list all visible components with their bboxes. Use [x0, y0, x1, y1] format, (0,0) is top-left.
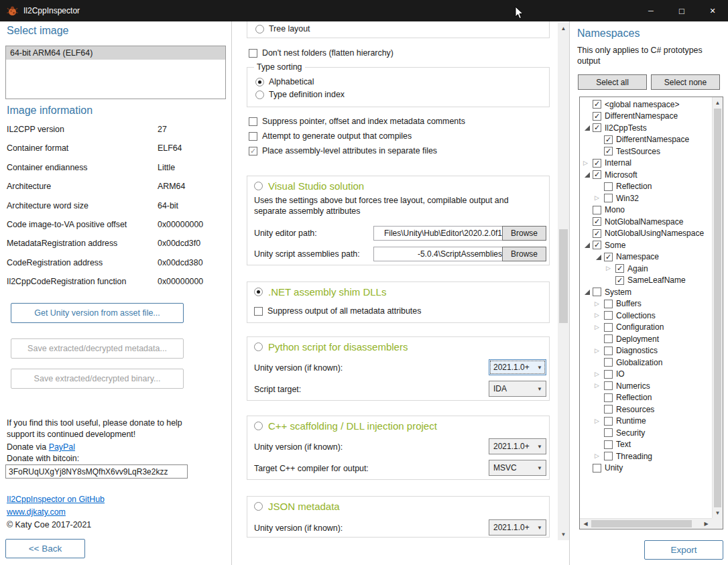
namespace-checkbox[interactable]: ✓ — [593, 170, 601, 179]
option-checkbox-row[interactable]: Suppress pointer, offset and index metad… — [249, 117, 465, 126]
collapsed-expander-icon[interactable]: ▷ — [595, 450, 604, 462]
website-link[interactable]: www.djkaty.com — [7, 507, 66, 517]
namespace-checkbox[interactable] — [604, 311, 613, 320]
tree-item-system[interactable]: System — [581, 286, 711, 298]
cpp-compiler-combobox[interactable]: MSVC ▼ — [489, 460, 546, 476]
tree-item-runtime[interactable]: ▷Runtime — [581, 416, 711, 428]
namespace-checkbox[interactable] — [593, 464, 601, 473]
namespace-checkbox[interactable] — [604, 182, 613, 191]
tree-item-unity[interactable]: Unity — [581, 462, 711, 475]
tree-item-reflection[interactable]: Reflection — [581, 392, 711, 404]
shim-dlls-radio[interactable] — [254, 288, 263, 296]
tree-item-text[interactable]: Text — [581, 439, 711, 451]
collapsed-expander-icon[interactable]: ▷ — [606, 263, 615, 275]
tree-item-reflection[interactable]: Reflection — [581, 181, 711, 193]
collapsed-expander-icon[interactable]: ▷ — [595, 416, 604, 428]
tree-item-buffers[interactable]: ▷Buffers — [581, 298, 711, 310]
python-script-radio[interactable] — [254, 342, 263, 351]
namespace-checkbox[interactable] — [604, 452, 613, 460]
expanded-expander-icon[interactable] — [583, 286, 593, 298]
minimize-button[interactable]: ─ — [635, 0, 666, 21]
scrollbar-thumb[interactable] — [714, 109, 721, 507]
select-none-button[interactable]: Select none — [651, 74, 720, 90]
vs-solution-radio[interactable] — [254, 182, 263, 190]
scroll-left-icon[interactable]: ◀ — [580, 519, 591, 529]
tree-item-globalization[interactable]: Globalization — [581, 357, 711, 369]
python-script-header[interactable]: Python script for disassemblers — [254, 341, 408, 353]
scrollbar-thumb[interactable] — [591, 520, 692, 527]
namespace-checkbox[interactable]: ✓ — [593, 112, 601, 121]
maximize-button[interactable]: □ — [666, 0, 697, 21]
namespace-checkbox[interactable]: ✓ — [604, 135, 613, 144]
tree-item-security[interactable]: Security — [581, 427, 711, 439]
expanded-expander-icon[interactable] — [583, 122, 593, 134]
tree-item-namespace[interactable]: ✓Namespace — [581, 251, 711, 263]
option-checkbox[interactable]: ✓ — [249, 147, 257, 155]
tree-item-differentnamespace[interactable]: ✓DifferentNamespace — [581, 111, 711, 123]
collapsed-expander-icon[interactable]: ▷ — [595, 310, 604, 322]
namespace-checkbox[interactable] — [604, 347, 613, 355]
namespace-checkbox[interactable] — [604, 440, 613, 449]
namespace-checkbox[interactable]: ✓ — [593, 123, 601, 132]
namespace-checkbox[interactable] — [593, 206, 601, 214]
tree-layout-radio-row[interactable]: Tree layout — [255, 24, 310, 34]
tree-item-internal[interactable]: ▷✓Internal — [581, 158, 711, 170]
expanded-expander-icon[interactable] — [583, 169, 593, 181]
expanded-expander-icon[interactable] — [583, 239, 593, 251]
sort-typedef-index-radio[interactable] — [255, 90, 264, 99]
cpp-project-header[interactable]: C++ scaffolding / DLL injection project — [254, 420, 437, 432]
bitcoin-address-input[interactable] — [5, 464, 188, 479]
tree-item-again[interactable]: ▷✓Again — [581, 263, 711, 275]
script-assemblies-path-input[interactable]: -5.0.4\ScriptAssemblies — [373, 247, 505, 261]
tree-item-collections[interactable]: ▷Collections — [581, 310, 711, 322]
tree-item-microsoft[interactable]: ✓Microsoft — [581, 169, 711, 181]
namespace-checkbox[interactable]: ✓ — [615, 276, 624, 285]
namespace-checkbox[interactable]: ✓ — [593, 100, 601, 109]
suppress-metadata-attrs-row[interactable]: Suppress output of all metadata attribut… — [254, 306, 421, 316]
tree-item-notglobalnamespace[interactable]: ✓NotGlobalNamespace — [581, 216, 711, 228]
tree-item-configuration[interactable]: ▷Configuration — [581, 322, 711, 334]
github-link[interactable]: Il2CppInspector on GitHub — [7, 495, 105, 504]
namespace-checkbox[interactable] — [604, 300, 613, 308]
collapsed-expander-icon[interactable]: ▷ — [595, 380, 604, 392]
scroll-up-icon[interactable]: ▲ — [558, 23, 569, 34]
namespace-checkbox[interactable] — [604, 358, 613, 367]
get-unity-version-button[interactable]: Get Unity version from asset file... — [11, 303, 184, 323]
paypal-link[interactable]: PayPal — [49, 442, 75, 452]
scroll-down-icon[interactable]: ▼ — [558, 529, 569, 540]
namespace-checkbox[interactable]: ✓ — [593, 159, 601, 168]
vs-solution-header[interactable]: Visual Studio solution — [254, 180, 364, 192]
collapsed-expander-icon[interactable]: ▷ — [595, 322, 604, 334]
image-list-item[interactable]: 64-bit ARM64 (ELF64) — [6, 46, 225, 60]
namespace-checkbox[interactable] — [604, 334, 613, 343]
tree-item-resources[interactable]: Resources — [581, 403, 711, 416]
namespace-checkbox[interactable] — [593, 288, 601, 296]
namespace-checkbox[interactable] — [604, 381, 613, 390]
json-metadata-header[interactable]: JSON metadata — [254, 501, 340, 512]
namespace-checkbox[interactable]: ✓ — [604, 147, 613, 155]
unity-editor-path-input[interactable]: Files\Unity\Hub\Editor\2020.2.0f1 — [373, 226, 505, 241]
collapsed-expander-icon[interactable]: ▷ — [595, 369, 604, 381]
tree-item-notglobalusingnamespace[interactable]: ✓NotGlobalUsingNamespace — [581, 228, 711, 240]
tree-item-numerics[interactable]: ▷Numerics — [581, 380, 711, 392]
titlebar[interactable]: Il2CppInspector ─ □ ✕ — [0, 0, 728, 21]
scroll-up-icon[interactable]: ▲ — [713, 97, 723, 109]
namespace-checkbox[interactable] — [604, 428, 613, 437]
sort-typedef-index-row[interactable]: Type definition index — [255, 90, 345, 99]
json-unity-version-combobox[interactable]: 2021.1.0+ ▼ — [489, 519, 546, 536]
expanded-expander-icon[interactable] — [595, 251, 604, 263]
tree-item-threading[interactable]: ▷Threading — [581, 450, 711, 462]
export-button[interactable]: Export — [644, 540, 723, 560]
namespace-checkbox[interactable]: ✓ — [593, 217, 601, 226]
tree-item-diagnostics[interactable]: ▷Diagnostics — [581, 345, 711, 357]
back-button[interactable]: << Back — [5, 539, 85, 558]
namespace-checkbox[interactable] — [604, 323, 613, 332]
tree-item-deployment[interactable]: Deployment — [581, 333, 711, 345]
cpp-project-radio[interactable] — [254, 422, 263, 430]
tree-layout-radio[interactable] — [255, 25, 264, 34]
image-listbox[interactable]: 64-bit ARM64 (ELF64) — [5, 46, 226, 99]
collapsed-expander-icon[interactable]: ▷ — [583, 158, 593, 170]
tree-item-some[interactable]: ✓Some — [581, 239, 711, 251]
collapsed-expander-icon[interactable]: ▷ — [595, 298, 604, 310]
tree-item-mono[interactable]: Mono — [581, 204, 711, 216]
